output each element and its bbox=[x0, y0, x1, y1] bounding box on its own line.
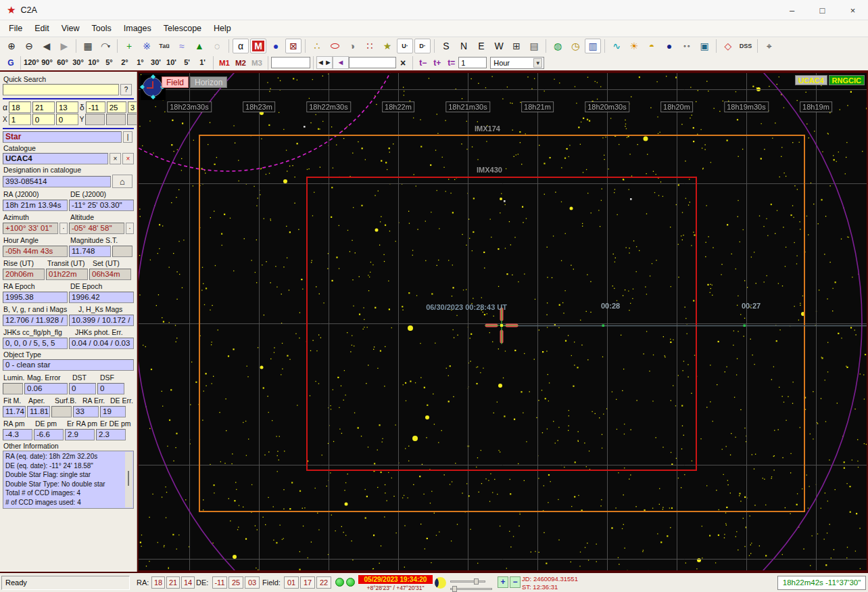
moon-phase-icon[interactable]: ◑ bbox=[344, 39, 360, 53]
time-unit-select[interactable]: Hour ▼ bbox=[490, 57, 544, 69]
deep-sky-icon[interactable]: ● bbox=[268, 39, 284, 53]
x1-input[interactable] bbox=[9, 114, 31, 125]
menu-tools[interactable]: Tools bbox=[86, 22, 118, 35]
fov-button-60deg[interactable]: 60° bbox=[55, 57, 70, 68]
search-help-button[interactable]: ? bbox=[120, 84, 132, 95]
asteroids-icon[interactable]: ∷ bbox=[362, 39, 378, 53]
grid-toggle-button[interactable]: G bbox=[4, 58, 18, 68]
dss-icon[interactable]: DSS bbox=[738, 39, 754, 53]
nebula-frame-icon[interactable]: ⊠ bbox=[285, 39, 302, 53]
object-search-input[interactable] bbox=[271, 57, 310, 68]
clock-icon[interactable]: ◷ bbox=[567, 39, 583, 53]
menu-edit[interactable]: Edit bbox=[28, 22, 55, 35]
quick-search-input[interactable] bbox=[3, 84, 119, 95]
minimize-button[interactable]: – bbox=[777, 0, 807, 20]
dome-view-icon[interactable]: ◠▾ bbox=[97, 39, 114, 53]
memory-button-m3[interactable]: M3 bbox=[251, 59, 262, 67]
forward-icon[interactable]: ▶ bbox=[56, 39, 72, 53]
fov-button-10min[interactable]: 10' bbox=[164, 57, 179, 68]
menu-telescope[interactable]: Telescope bbox=[158, 22, 208, 35]
ccd-frame-icon[interactable]: ◇ bbox=[720, 39, 736, 53]
side-panel-icon[interactable]: ▥ bbox=[585, 39, 601, 53]
earth-icon[interactable]: ◍ bbox=[550, 39, 566, 53]
tab-horizon[interactable]: Horizon bbox=[190, 76, 227, 88]
time-plus-button[interactable]: t+ bbox=[433, 58, 441, 68]
time-minus-button[interactable]: t− bbox=[419, 58, 427, 68]
fov-button-5min[interactable]: 5' bbox=[179, 57, 195, 68]
x3-input[interactable] bbox=[56, 114, 78, 125]
messier-icon[interactable]: M bbox=[250, 39, 266, 53]
memory-button-m1[interactable]: M1 bbox=[219, 59, 230, 67]
night-icon[interactable]: ● bbox=[661, 39, 677, 53]
fov-button-120deg[interactable]: 120° bbox=[24, 57, 39, 68]
azimuth-option-button[interactable]: · bbox=[59, 223, 68, 234]
back-icon[interactable]: ◀ bbox=[39, 39, 55, 53]
memory-button-m2[interactable]: M2 bbox=[235, 59, 246, 67]
wave-icon[interactable]: ∿ bbox=[608, 39, 625, 53]
fov-button-5deg[interactable]: 5° bbox=[101, 57, 117, 68]
catalogue-next-button[interactable]: × bbox=[122, 153, 134, 164]
scrollbar[interactable] bbox=[125, 452, 132, 507]
north-icon[interactable]: N bbox=[456, 39, 472, 53]
ucac-stars-icon[interactable]: U· bbox=[397, 39, 413, 53]
greek-alpha-icon[interactable]: α bbox=[233, 39, 249, 53]
catalogue-prev-button[interactable]: × bbox=[110, 153, 121, 164]
satellite-track-icon[interactable]: ∘∘ bbox=[679, 39, 695, 53]
zoom-slider[interactable] bbox=[450, 580, 485, 583]
south-icon[interactable]: S bbox=[438, 39, 454, 53]
galaxy-icon[interactable] bbox=[327, 39, 343, 53]
fov-button-90deg[interactable]: 90° bbox=[39, 57, 55, 68]
close-button[interactable]: × bbox=[838, 0, 868, 20]
y1-input[interactable] bbox=[85, 114, 105, 125]
menu-view[interactable]: View bbox=[55, 22, 86, 35]
sun-icon[interactable]: ☀ bbox=[626, 39, 642, 53]
milky-way-icon[interactable]: ≈ bbox=[174, 39, 190, 53]
telescope-control-icon[interactable]: ⌖ bbox=[761, 39, 777, 53]
fov-button-1deg[interactable]: 1° bbox=[132, 57, 148, 68]
sky-chart-canvas[interactable] bbox=[139, 73, 867, 570]
comets-icon[interactable]: ★ bbox=[379, 39, 395, 53]
double-stars-icon[interactable]: D· bbox=[414, 39, 431, 53]
east-icon[interactable]: E bbox=[473, 39, 489, 53]
ra-s-input[interactable] bbox=[56, 101, 78, 113]
constellation-names-icon[interactable]: Taü bbox=[156, 39, 172, 53]
de-d-input[interactable] bbox=[86, 101, 105, 113]
object-info-button[interactable]: | bbox=[123, 131, 132, 143]
fov-button-1min[interactable]: 1' bbox=[195, 57, 210, 68]
fov-ellipse-icon[interactable]: ◌ bbox=[209, 39, 225, 53]
flip-vertical-icon[interactable]: ◄ bbox=[333, 56, 349, 69]
time-step-input[interactable] bbox=[458, 57, 487, 68]
time-now-button[interactable]: t= bbox=[448, 58, 455, 68]
star-cluster-icon[interactable]: ∴ bbox=[309, 39, 325, 53]
fov-button-2deg[interactable]: 2° bbox=[117, 57, 132, 68]
zoom-in-icon[interactable]: ⊕ bbox=[3, 39, 20, 53]
de-s-input[interactable] bbox=[128, 101, 137, 113]
menu-images[interactable]: Images bbox=[118, 22, 158, 35]
badge-rngcic[interactable]: RNGCIC bbox=[829, 75, 865, 85]
x2-input[interactable] bbox=[32, 114, 55, 125]
magnitude-slider[interactable] bbox=[450, 588, 492, 590]
menu-file[interactable]: File bbox=[3, 22, 28, 35]
ra-m-input[interactable] bbox=[32, 101, 55, 113]
grid-icon[interactable]: ▦ bbox=[80, 39, 96, 53]
badge-ucac4[interactable]: UCAC4 bbox=[795, 75, 827, 85]
center-object-icon[interactable]: + bbox=[121, 39, 137, 53]
fov-button-10deg[interactable]: 10° bbox=[86, 57, 101, 68]
horizon-landscape-icon[interactable]: ▲ bbox=[191, 39, 208, 53]
fov-button-30deg[interactable]: 30° bbox=[70, 57, 86, 68]
ra-h-input[interactable] bbox=[9, 101, 31, 113]
zoom-in-button[interactable]: + bbox=[498, 576, 508, 588]
sunrise-icon[interactable]: ◓ bbox=[644, 39, 660, 53]
goto-coordinates-input[interactable] bbox=[349, 57, 396, 68]
horizon-fill-icon[interactable]: ▤ bbox=[526, 39, 542, 53]
goto-telescope-icon[interactable]: ⌂ bbox=[112, 175, 132, 188]
camera-icon[interactable]: ▣ bbox=[696, 39, 713, 53]
tab-field[interactable]: Field bbox=[162, 76, 189, 88]
y3-input[interactable] bbox=[127, 114, 137, 125]
west-icon[interactable]: W bbox=[491, 39, 507, 53]
fit-field-icon[interactable]: ⊞ bbox=[508, 39, 525, 53]
fov-button-30min[interactable]: 30' bbox=[148, 57, 164, 68]
constellation-lines-icon[interactable]: ※ bbox=[139, 39, 155, 53]
zoom-out-button[interactable]: − bbox=[510, 576, 521, 588]
menu-help[interactable]: Help bbox=[208, 22, 237, 35]
